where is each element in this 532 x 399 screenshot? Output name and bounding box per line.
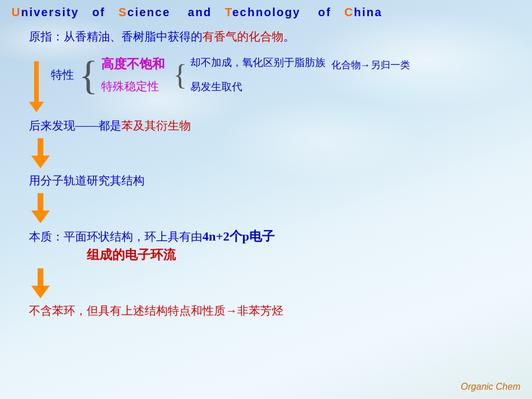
head-1	[31, 156, 50, 168]
letter-t: T	[225, 6, 232, 19]
arrow-shaft	[34, 61, 39, 102]
shaft-3	[38, 268, 43, 286]
bufan-line: 不含苯环，但具有上述结构特点和性质→非苯芳烃	[29, 303, 503, 319]
arrow-1	[32, 138, 503, 168]
yuanzhi-line: 原指：从香精油、香树脂中获得的有香气的化合物。	[29, 28, 503, 45]
benzhi-bold: 4n+2个p电子	[202, 229, 275, 243]
shaft-2	[38, 193, 43, 210]
benzhi-line1: 本质：平面环状结构，环上具有由4n+2个p电子	[29, 228, 503, 245]
right-brace: {	[173, 58, 187, 91]
university-header: University of Science and Technology of …	[0, 0, 532, 25]
yuanzhi-prefix: 原指：从香精油、香树脂中获得的	[29, 30, 202, 43]
yuanzhi-highlight: 有香气的化合物	[202, 30, 283, 43]
arrow-2	[32, 193, 503, 223]
right-descriptions: 却不加成，氧化区别于脂肪族 易发生取代	[190, 56, 326, 94]
head-2	[31, 210, 50, 223]
yuanzhi-suffix: 。	[283, 30, 295, 43]
left-brace: {	[79, 56, 98, 96]
right-desc-2: 易发生取代	[190, 80, 326, 94]
texing-item-2: 特殊稳定性	[101, 79, 165, 94]
right-extra: 化合物→另归一类	[331, 58, 410, 72]
big-arrow-1	[32, 138, 49, 168]
right-desc-container: { 却不加成，氧化区别于脂肪族 易发生取代 化合物→另归一类	[173, 56, 410, 94]
big-arrow-2	[32, 193, 49, 223]
big-arrow-3	[32, 268, 49, 298]
houlai-line: 后来发现——都是苯及其衍生物	[29, 118, 503, 134]
texing-label: 特性	[51, 67, 74, 83]
header-text1: niversity of	[21, 6, 118, 19]
yongfenzi-line: 用分子轨道研究其结构	[29, 173, 503, 189]
texing-item-1: 高度不饱和	[101, 56, 165, 73]
texing-arrow	[29, 61, 44, 112]
shaft-1	[38, 138, 43, 156]
head-3	[31, 286, 50, 298]
header-text3: echnology of	[232, 6, 345, 19]
letter-c: C	[345, 6, 354, 19]
benzhi-line2: 组成的电子环流	[87, 246, 503, 264]
footer-label: Organic Chem	[461, 382, 520, 392]
arrow-head	[29, 102, 44, 112]
texing-section: 特性 { 高度不饱和 特殊稳定性 { 却不加成，氧化区别于脂肪族 易发生取代	[29, 56, 503, 112]
texing-items: 高度不饱和 特殊稳定性	[101, 56, 165, 94]
letter-u: U	[12, 6, 21, 19]
houlai-highlight: 苯及其衍生物	[121, 119, 191, 132]
header-text2: cience and	[127, 6, 225, 19]
header-text4: hina	[354, 6, 382, 19]
letter-s: S	[119, 6, 127, 19]
arrow-3	[32, 268, 503, 298]
main-content: 原指：从香精油、香树脂中获得的有香气的化合物。 特性 { 高度不饱和 特殊稳定性…	[0, 25, 532, 324]
right-desc-1: 却不加成，氧化区别于脂肪族	[190, 56, 326, 69]
